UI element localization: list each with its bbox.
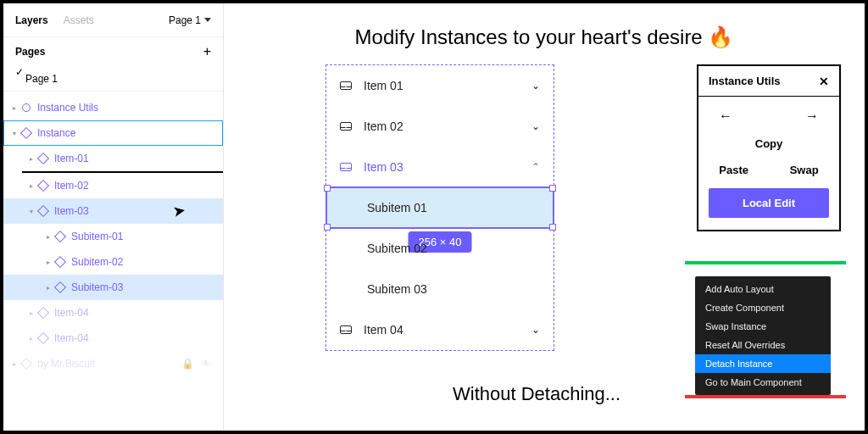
chevron-down-icon xyxy=(204,18,211,22)
layer-subitem-03[interactable]: Subitem-03 xyxy=(3,275,223,300)
headline-text: Modify Instances to your heart's desire … xyxy=(355,25,734,49)
layer-label: Item-01 xyxy=(54,153,89,164)
menu-item-label: Subitem 03 xyxy=(367,282,427,296)
page-selector-label: Page 1 xyxy=(169,14,201,26)
disclosure-icon[interactable] xyxy=(27,182,36,190)
pages-header-label: Pages xyxy=(15,46,45,58)
menu-item-label: Subitem 01 xyxy=(367,201,427,214)
paste-button[interactable]: Paste xyxy=(719,164,748,176)
mail-icon xyxy=(340,81,352,90)
layers-panel: Layers Assets Page 1 Pages + ✓ Page 1 In… xyxy=(3,3,224,431)
menu-item-label: Item 01 xyxy=(364,79,403,92)
layer-label: by Mr.Biscuit xyxy=(37,358,95,370)
menu-subitem-01[interactable]: Subitem 01 256 × 40 xyxy=(326,187,554,228)
copy-button[interactable]: Copy xyxy=(698,129,839,159)
plugin-nav: ← → xyxy=(698,97,839,129)
layer-instance[interactable]: Instance xyxy=(3,120,223,146)
layer-label: Subitem-01 xyxy=(71,231,123,242)
tab-layers[interactable]: Layers xyxy=(15,14,48,26)
footline-text: Without Detaching... xyxy=(453,383,620,405)
menu-item-01[interactable]: Item 01⌄ xyxy=(326,65,554,106)
menu-subitem-02[interactable]: Subitem 02 xyxy=(326,228,554,269)
arrow-left-icon[interactable]: ← xyxy=(719,108,732,124)
layer-item-03[interactable]: Item-03 xyxy=(3,198,223,224)
menu-item-03[interactable]: Item 03⌃ xyxy=(326,147,554,187)
close-icon[interactable]: ✕ xyxy=(819,75,829,88)
mail-icon xyxy=(340,122,352,131)
ctx-swap-instance[interactable]: Swap Instance xyxy=(695,317,831,336)
layer-label: Item-03 xyxy=(54,205,89,217)
layer-item-04b[interactable]: Item-04 xyxy=(3,326,223,351)
instance-icon xyxy=(54,231,66,242)
disclosure-icon[interactable] xyxy=(27,335,36,342)
plugin-panel[interactable]: Instance Utils ✕ ← → Copy Paste Swap Loc… xyxy=(697,64,841,231)
plugin-title: Instance Utils xyxy=(709,75,781,87)
mail-icon xyxy=(340,326,352,334)
visibility-icon[interactable]: 👁 xyxy=(201,358,211,370)
layer-label: Subitem-03 xyxy=(71,281,123,293)
menu-subitem-03[interactable]: Subitem 03 xyxy=(326,269,554,309)
pages-header: Pages + xyxy=(3,37,223,66)
layer-item-01[interactable]: Item-01 xyxy=(3,146,223,171)
disclosure-icon[interactable] xyxy=(10,130,19,137)
panel-tabs: Layers Assets Page 1 xyxy=(3,3,223,37)
local-edit-button[interactable]: Local Edit xyxy=(709,188,829,218)
context-menu[interactable]: Add Auto Layout Create Component Swap In… xyxy=(695,276,831,395)
selection-outline: 256 × 40 xyxy=(326,186,554,229)
demo-menu-frame[interactable]: Item 01⌄ Item 02⌄ Item 03⌃ Subitem 01 25… xyxy=(326,64,554,351)
layer-item-02[interactable]: Item-02 xyxy=(3,173,223,198)
layer-label: Instance xyxy=(37,127,75,139)
ctx-add-auto-layout[interactable]: Add Auto Layout xyxy=(695,280,831,298)
green-underline xyxy=(685,261,846,264)
layer-subitem-02[interactable]: Subitem-02 xyxy=(3,249,223,275)
layer-instance-utils[interactable]: Instance Utils xyxy=(3,95,223,120)
menu-item-label: Item 03 xyxy=(364,160,403,174)
canvas[interactable]: Modify Instances to your heart's desire … xyxy=(224,3,865,431)
disclosure-icon[interactable] xyxy=(27,155,36,163)
ctx-go-to-main[interactable]: Go to Main Component xyxy=(695,373,831,392)
disclosure-icon[interactable] xyxy=(44,284,53,292)
ctx-detach-instance[interactable]: Detach Instance xyxy=(695,354,831,373)
disclosure-icon[interactable] xyxy=(44,233,53,241)
disclosure-icon[interactable] xyxy=(44,259,53,266)
instance-icon xyxy=(37,332,49,344)
menu-item-04[interactable]: Item 04⌄ xyxy=(326,309,554,350)
lock-icon[interactable]: 🔒 xyxy=(181,358,194,370)
disclosure-icon[interactable] xyxy=(27,208,36,215)
layer-credits[interactable]: by Mr.Biscuit 🔒 👁 xyxy=(3,351,223,376)
tab-assets[interactable]: Assets xyxy=(64,14,94,26)
disclosure-icon[interactable] xyxy=(27,309,36,317)
menu-item-02[interactable]: Item 02⌄ xyxy=(326,106,554,147)
add-page-button[interactable]: + xyxy=(203,44,211,59)
page-row[interactable]: Page 1 xyxy=(3,66,223,92)
chevron-down-icon: ⌄ xyxy=(531,120,540,132)
swap-button[interactable]: Swap xyxy=(790,164,819,176)
page-row-label: Page 1 xyxy=(25,73,58,85)
ctx-create-component[interactable]: Create Component xyxy=(695,298,831,317)
check-icon: ✓ xyxy=(15,66,24,78)
layer-tree: Instance Utils Instance Item-01 Item-02 … xyxy=(3,92,223,431)
menu-item-label: Subitem 02 xyxy=(367,242,427,255)
layer-label: Item-04 xyxy=(54,332,89,344)
layer-subitem-01[interactable]: Subitem-01 xyxy=(3,224,223,249)
disclosure-icon[interactable] xyxy=(10,104,19,112)
menu-item-label: Item 02 xyxy=(364,120,403,133)
instance-icon xyxy=(20,127,32,139)
instance-icon xyxy=(20,358,32,370)
chevron-up-icon: ⌃ xyxy=(531,161,540,173)
layer-label: Subitem-02 xyxy=(71,256,123,268)
disclosure-icon[interactable] xyxy=(10,360,19,368)
red-underline xyxy=(685,395,846,398)
arrow-right-icon[interactable]: → xyxy=(805,108,819,124)
layer-label: Instance Utils xyxy=(37,102,98,114)
instance-icon xyxy=(54,256,66,268)
menu-item-label: Item 04 xyxy=(364,323,403,337)
layer-item-04a[interactable]: Item-04 xyxy=(3,300,223,326)
instance-icon xyxy=(37,205,49,217)
chevron-down-icon: ⌄ xyxy=(531,324,540,336)
component-set-icon xyxy=(22,103,31,112)
instance-icon xyxy=(54,281,66,293)
plugin-header[interactable]: Instance Utils ✕ xyxy=(698,66,839,97)
ctx-reset-overrides[interactable]: Reset All Overrides xyxy=(695,336,831,354)
page-selector[interactable]: Page 1 xyxy=(169,14,211,26)
